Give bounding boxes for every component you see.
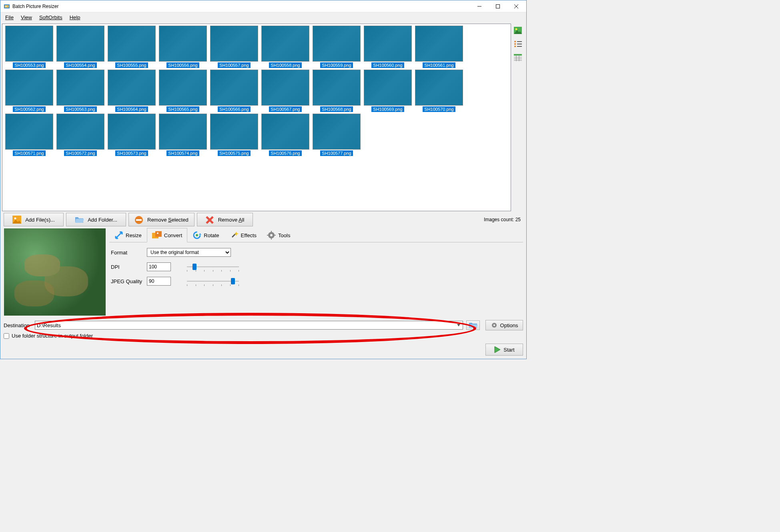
thumbnail-item[interactable]: SH100568.png: [311, 70, 362, 112]
close-button[interactable]: [507, 0, 525, 12]
tab-convert[interactable]: Convert: [147, 228, 188, 242]
tab-body-convert: Format Use the original format DPI JPEG …: [109, 242, 523, 297]
x-icon: [205, 216, 214, 224]
destination-label: Destination: [4, 322, 32, 328]
menu-softorbits[interactable]: SoftOrbits: [36, 14, 66, 21]
svg-rect-4: [496, 4, 500, 8]
minimize-button[interactable]: [470, 0, 489, 12]
thumbnail-item[interactable]: SH100563.png: [55, 70, 106, 112]
svg-rect-26: [136, 219, 142, 221]
gear-icon: [267, 231, 276, 240]
view-thumbnails-button[interactable]: [513, 25, 523, 36]
start-button[interactable]: Start: [485, 344, 523, 356]
use-folder-structure-checkbox[interactable]: [4, 333, 9, 339]
gallery[interactable]: SH100553.pngSH100554.pngSH100555.pngSH10…: [2, 24, 511, 211]
svg-rect-30: [155, 231, 162, 237]
svg-rect-39: [271, 231, 272, 232]
svg-point-45: [493, 324, 495, 326]
thumbnail-caption: SH100577.png: [320, 150, 353, 156]
add-folder-button[interactable]: Add Folder...: [66, 213, 126, 226]
magic-wand-icon: [230, 231, 239, 240]
thumbnail-caption: SH100573.png: [115, 150, 148, 156]
thumbnail-item[interactable]: SH100564.png: [106, 70, 157, 112]
menubar: File View SoftOrbits Help: [0, 12, 526, 22]
thumbnail-item[interactable]: SH100562.png: [4, 70, 54, 112]
svg-marker-43: [457, 324, 460, 326]
tab-effects[interactable]: Effects: [225, 228, 262, 242]
images-count-label: Images count: 25: [484, 217, 523, 222]
thumbnail-caption: SH100559.png: [320, 62, 353, 68]
thumbnail-caption: SH100553.png: [13, 62, 45, 68]
thumbnail-caption: SH100561.png: [423, 62, 455, 68]
thumbnail-item[interactable]: SH100573.png: [106, 114, 157, 156]
thumbnail-item[interactable]: SH100555.png: [106, 26, 157, 68]
thumbnail-item[interactable]: SH100558.png: [260, 26, 311, 68]
menu-help[interactable]: Help: [66, 14, 84, 21]
convert-icon: [152, 231, 162, 239]
dpi-label: DPI: [111, 264, 147, 270]
app-window: Batch Picture Resizer File View SoftOrbi…: [0, 0, 527, 359]
thumbnail-item[interactable]: SH100575.png: [209, 114, 259, 156]
thumbnail-item[interactable]: SH100572.png: [55, 114, 106, 156]
jpeg-quality-slider[interactable]: [187, 277, 239, 285]
svg-point-10: [514, 41, 516, 42]
menu-view[interactable]: View: [18, 14, 35, 21]
format-select[interactable]: Use the original format: [147, 248, 231, 257]
svg-rect-41: [267, 235, 269, 236]
thumbnail-item[interactable]: SH100560.png: [363, 26, 413, 68]
window-title: Batch Picture Resizer: [12, 4, 470, 9]
view-details-button[interactable]: [513, 52, 523, 63]
thumbnail-item[interactable]: SH100565.png: [158, 70, 208, 112]
thumbnail-caption: SH100574.png: [166, 150, 199, 156]
tab-tools[interactable]: Tools: [262, 228, 295, 242]
thumbnail-item[interactable]: SH100576.png: [260, 114, 311, 156]
thumbnail-item[interactable]: SH100577.png: [311, 114, 362, 156]
tab-rotate[interactable]: Rotate: [187, 228, 224, 242]
view-list-button[interactable]: [513, 39, 523, 49]
thumbnail-item[interactable]: SH100556.png: [158, 26, 208, 68]
thumbnail-caption: SH100570.png: [423, 106, 455, 112]
thumbnail-item[interactable]: SH100566.png: [209, 70, 259, 112]
thumbnail-item[interactable]: SH100557.png: [209, 26, 259, 68]
svg-rect-16: [514, 54, 522, 56]
thumbnail-item[interactable]: SH100569.png: [363, 70, 413, 112]
chevron-down-icon[interactable]: [455, 322, 462, 328]
titlebar: Batch Picture Resizer: [0, 0, 526, 12]
play-icon: [494, 346, 501, 353]
browse-folder-button[interactable]: [466, 320, 480, 330]
rotate-icon: [192, 231, 201, 240]
remove-all-button[interactable]: Remove All Remove All: [197, 213, 253, 226]
thumbnail-item[interactable]: SH100574.png: [158, 114, 208, 156]
thumbnail-item[interactable]: SH100553.png: [4, 26, 54, 68]
remove-selected-button[interactable]: Remove Selected Remove Selected: [128, 213, 194, 226]
jpeg-quality-input[interactable]: [147, 277, 171, 286]
thumbnail-item[interactable]: SH100554.png: [55, 26, 106, 68]
thumbnail-caption: SH100575.png: [218, 150, 250, 156]
gear-icon: [491, 322, 498, 329]
thumbnail-item[interactable]: SH100571.png: [4, 114, 54, 156]
menu-file[interactable]: File: [2, 14, 17, 21]
svg-point-2: [6, 6, 7, 7]
svg-point-31: [157, 232, 158, 234]
thumbnail-caption: SH100571.png: [13, 150, 45, 156]
svg-rect-42: [274, 235, 276, 236]
thumbnail-item[interactable]: SH100567.png: [260, 70, 311, 112]
thumbnail-caption: SH100557.png: [218, 62, 250, 68]
dpi-slider[interactable]: [187, 263, 239, 271]
folder-icon: [75, 216, 84, 224]
dpi-input[interactable]: [147, 262, 171, 271]
destination-combo[interactable]: D:\Results: [35, 321, 463, 330]
options-button[interactable]: Options: [485, 320, 523, 330]
thumbnail-caption: SH100567.png: [269, 106, 301, 112]
maximize-button[interactable]: [489, 0, 507, 12]
thumbnail-item[interactable]: SH100559.png: [311, 26, 362, 68]
no-entry-icon: [134, 216, 143, 224]
svg-point-38: [270, 234, 273, 236]
thumbnail-item[interactable]: SH100570.png: [414, 70, 464, 112]
picture-icon: [12, 216, 21, 224]
svg-marker-34: [199, 233, 201, 235]
thumbnail-caption: SH100554.png: [64, 62, 96, 68]
add-files-button[interactable]: Add File(s)...: [4, 213, 64, 226]
thumbnail-item[interactable]: SH100561.png: [414, 26, 464, 68]
tab-resize[interactable]: Resize: [109, 228, 147, 242]
